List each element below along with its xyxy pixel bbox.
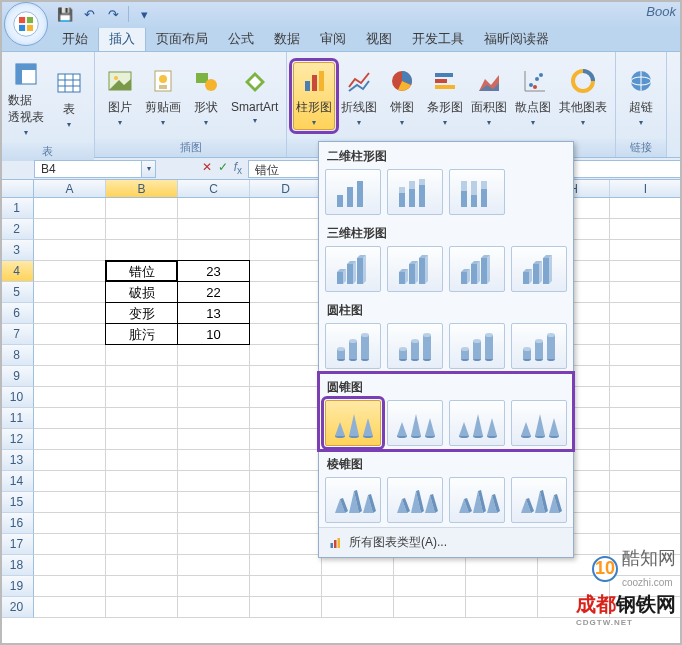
name-box[interactable]: B4 [34, 160, 142, 178]
tab-公式[interactable]: 公式 [218, 27, 264, 51]
chart-type-棱锥图-1[interactable] [387, 477, 443, 523]
chart-type-圆锥图-0[interactable] [325, 400, 381, 446]
row-header-10[interactable]: 10 [0, 387, 34, 408]
cell-B10[interactable] [106, 387, 178, 408]
cell-A19[interactable] [34, 576, 106, 597]
ribbon-shape-button[interactable]: 形状▾ [187, 63, 225, 129]
cell-D11[interactable] [250, 408, 322, 429]
row-header-17[interactable]: 17 [0, 534, 34, 555]
cell-I4[interactable] [610, 261, 682, 282]
cell-D7[interactable] [250, 324, 322, 345]
chart-type-三维柱形图-0[interactable] [325, 246, 381, 292]
cell-A14[interactable] [34, 471, 106, 492]
cell-F19[interactable] [394, 576, 466, 597]
chart-type-圆锥图-2[interactable] [449, 400, 505, 446]
cell-A20[interactable] [34, 597, 106, 618]
office-button[interactable] [4, 2, 48, 46]
cell-C13[interactable] [178, 450, 250, 471]
ribbon-bar-button[interactable]: 条形图▾ [425, 63, 465, 129]
row-header-14[interactable]: 14 [0, 471, 34, 492]
row-header-8[interactable]: 8 [0, 345, 34, 366]
cell-A7[interactable] [34, 324, 106, 345]
ribbon-link-button[interactable]: 超链▾ [622, 63, 660, 129]
row-header-16[interactable]: 16 [0, 513, 34, 534]
cell-A17[interactable] [34, 534, 106, 555]
cell-I3[interactable] [610, 240, 682, 261]
cell-C8[interactable] [178, 345, 250, 366]
ribbon-area-button[interactable]: 面积图▾ [469, 63, 509, 129]
tab-插入[interactable]: 插入 [98, 26, 146, 51]
chart-type-圆柱图-2[interactable] [449, 323, 505, 369]
cell-D2[interactable] [250, 219, 322, 240]
cell-I15[interactable] [610, 492, 682, 513]
fx-cancel-icon[interactable]: ✕ [202, 160, 212, 176]
chart-type-二维柱形图-1[interactable] [387, 169, 443, 215]
cell-B12[interactable] [106, 429, 178, 450]
row-header-20[interactable]: 20 [0, 597, 34, 618]
cell-I13[interactable] [610, 450, 682, 471]
cell-B20[interactable] [106, 597, 178, 618]
name-box-dropdown[interactable]: ▾ [142, 160, 156, 178]
cell-C4[interactable]: 23 [177, 260, 250, 282]
cell-B18[interactable] [106, 555, 178, 576]
cell-D3[interactable] [250, 240, 322, 261]
cell-A8[interactable] [34, 345, 106, 366]
cell-D10[interactable] [250, 387, 322, 408]
cell-D9[interactable] [250, 366, 322, 387]
cell-B4[interactable]: 错位 [105, 260, 178, 282]
cell-D6[interactable] [250, 303, 322, 324]
cell-C10[interactable] [178, 387, 250, 408]
cell-C11[interactable] [178, 408, 250, 429]
row-header-2[interactable]: 2 [0, 219, 34, 240]
cell-A2[interactable] [34, 219, 106, 240]
cell-B17[interactable] [106, 534, 178, 555]
cell-D1[interactable] [250, 198, 322, 219]
tab-开始[interactable]: 开始 [52, 27, 98, 51]
cell-D12[interactable] [250, 429, 322, 450]
tab-页面布局[interactable]: 页面布局 [146, 27, 218, 51]
cell-I16[interactable] [610, 513, 682, 534]
chart-type-棱锥图-2[interactable] [449, 477, 505, 523]
cell-D4[interactable] [250, 261, 322, 282]
cell-I10[interactable] [610, 387, 682, 408]
chart-type-三维柱形图-2[interactable] [449, 246, 505, 292]
cell-A3[interactable] [34, 240, 106, 261]
row-header-6[interactable]: 6 [0, 303, 34, 324]
cell-I9[interactable] [610, 366, 682, 387]
cell-C19[interactable] [178, 576, 250, 597]
chart-type-棱锥图-3[interactable] [511, 477, 567, 523]
qat-undo-icon[interactable]: ↶ [78, 4, 100, 24]
col-header-C[interactable]: C [178, 180, 250, 197]
qat-redo-icon[interactable]: ↷ [102, 4, 124, 24]
ribbon-scatter-button[interactable]: 散点图▾ [513, 63, 553, 129]
chart-type-二维柱形图-0[interactable] [325, 169, 381, 215]
chart-type-棱锥图-0[interactable] [325, 477, 381, 523]
cell-C16[interactable] [178, 513, 250, 534]
cell-C15[interactable] [178, 492, 250, 513]
row-header-11[interactable]: 11 [0, 408, 34, 429]
cell-I5[interactable] [610, 282, 682, 303]
cell-B11[interactable] [106, 408, 178, 429]
cell-I11[interactable] [610, 408, 682, 429]
chart-type-二维柱形图-2[interactable] [449, 169, 505, 215]
row-header-12[interactable]: 12 [0, 429, 34, 450]
ribbon-pic-button[interactable]: 图片▾ [101, 63, 139, 129]
cell-C5[interactable]: 22 [177, 281, 250, 303]
qat-customize-icon[interactable]: ▾ [133, 4, 155, 24]
ribbon-pie-button[interactable]: 饼图▾ [383, 63, 421, 129]
tab-开发工具[interactable]: 开发工具 [402, 27, 474, 51]
ribbon-clip-button[interactable]: 剪贴画▾ [143, 63, 183, 129]
cell-B3[interactable] [106, 240, 178, 261]
cell-C9[interactable] [178, 366, 250, 387]
cell-D16[interactable] [250, 513, 322, 534]
row-header-4[interactable]: 4 [0, 261, 34, 282]
cell-E18[interactable] [322, 555, 394, 576]
col-header-A[interactable]: A [34, 180, 106, 197]
cell-A15[interactable] [34, 492, 106, 513]
tab-审阅[interactable]: 审阅 [310, 27, 356, 51]
cell-B7[interactable]: 脏污 [105, 323, 178, 345]
cell-E19[interactable] [322, 576, 394, 597]
col-header-I[interactable]: I [610, 180, 682, 197]
cell-B15[interactable] [106, 492, 178, 513]
row-header-9[interactable]: 9 [0, 366, 34, 387]
